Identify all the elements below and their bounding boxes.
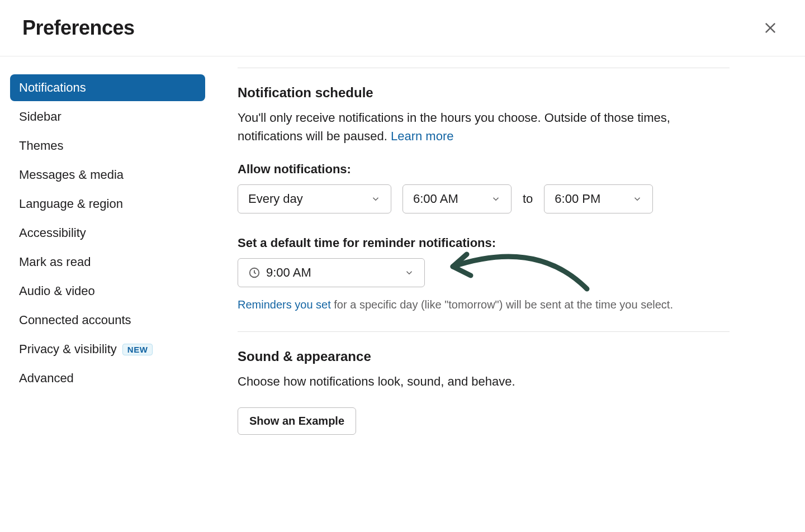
sidebar-item-label: Connected accounts bbox=[19, 313, 131, 327]
notification-schedule-desc: You'll only receive notifications in the… bbox=[238, 108, 730, 145]
preferences-content: Notification schedule You'll only receiv… bbox=[215, 56, 752, 457]
sidebar-item-language-region[interactable]: Language & region bbox=[10, 191, 205, 217]
reminder-helper-text: Reminders you set for a specific day (li… bbox=[238, 298, 730, 311]
sidebar-item-label: Messages & media bbox=[19, 168, 124, 182]
preferences-header: Preferences bbox=[0, 0, 805, 56]
show-example-button[interactable]: Show an Example bbox=[238, 407, 356, 435]
section-divider bbox=[238, 68, 730, 68]
sidebar-item-mark-as-read[interactable]: Mark as read bbox=[10, 249, 205, 276]
reminder-default-label: Set a default time for reminder notifica… bbox=[238, 236, 730, 250]
sidebar-item-themes[interactable]: Themes bbox=[10, 132, 205, 159]
to-label: to bbox=[523, 192, 533, 206]
sound-appearance-title: Sound & appearance bbox=[238, 349, 730, 364]
frequency-value: Every day bbox=[248, 192, 303, 206]
start-time-select[interactable]: 6:00 AM bbox=[402, 184, 512, 213]
sidebar-item-label: Advanced bbox=[19, 371, 74, 386]
sidebar-item-messages-media[interactable]: Messages & media bbox=[10, 162, 205, 188]
sidebar-item-label: Language & region bbox=[19, 197, 123, 211]
section-divider bbox=[238, 331, 730, 332]
clock-icon bbox=[248, 267, 261, 279]
sidebar-item-connected-accounts[interactable]: Connected accounts bbox=[10, 307, 205, 334]
sound-appearance-desc: Choose how notifications look, sound, an… bbox=[238, 372, 730, 391]
sidebar-item-label: Mark as read bbox=[19, 255, 91, 269]
allow-notifications-label: Allow notifications: bbox=[238, 162, 730, 177]
learn-more-link[interactable]: Learn more bbox=[391, 129, 454, 143]
close-button[interactable] bbox=[758, 16, 783, 40]
reminder-time-value: 9:00 AM bbox=[266, 265, 311, 280]
close-icon bbox=[763, 20, 778, 36]
frequency-select[interactable]: Every day bbox=[238, 184, 391, 213]
notification-schedule-title: Notification schedule bbox=[238, 85, 730, 101]
reminder-time-select[interactable]: 9:00 AM bbox=[238, 258, 425, 287]
sidebar-item-label: Privacy & visibility bbox=[19, 342, 117, 357]
chevron-down-icon bbox=[491, 194, 501, 204]
allow-notifications-row: Every day 6:00 AM to 6:00 PM bbox=[238, 184, 730, 213]
new-badge: NEW bbox=[122, 344, 153, 355]
reminders-you-set-link[interactable]: Reminders you set bbox=[238, 298, 331, 311]
sidebar-item-label: Accessibility bbox=[19, 226, 86, 240]
chevron-down-icon bbox=[371, 194, 381, 204]
sidebar-item-sidebar[interactable]: Sidebar bbox=[10, 103, 205, 130]
end-time-select[interactable]: 6:00 PM bbox=[544, 184, 653, 213]
sidebar-item-audio-video[interactable]: Audio & video bbox=[10, 278, 205, 305]
start-time-value: 6:00 AM bbox=[413, 192, 458, 206]
chevron-down-icon bbox=[404, 268, 414, 278]
end-time-value: 6:00 PM bbox=[555, 192, 600, 206]
sidebar-item-label: Notifications bbox=[19, 80, 86, 95]
sidebar-item-label: Themes bbox=[19, 139, 63, 153]
preferences-sidebar: Notifications Sidebar Themes Messages & … bbox=[0, 56, 215, 457]
page-title: Preferences bbox=[22, 16, 135, 40]
sidebar-item-notifications[interactable]: Notifications bbox=[10, 74, 205, 101]
chevron-down-icon bbox=[632, 194, 642, 204]
sidebar-item-advanced[interactable]: Advanced bbox=[10, 365, 205, 392]
sidebar-item-label: Sidebar bbox=[19, 110, 61, 124]
annotation-arrow-icon bbox=[436, 244, 593, 300]
sidebar-item-accessibility[interactable]: Accessibility bbox=[10, 220, 205, 246]
sidebar-item-label: Audio & video bbox=[19, 284, 95, 298]
sidebar-item-privacy-visibility[interactable]: Privacy & visibility NEW bbox=[10, 336, 205, 363]
